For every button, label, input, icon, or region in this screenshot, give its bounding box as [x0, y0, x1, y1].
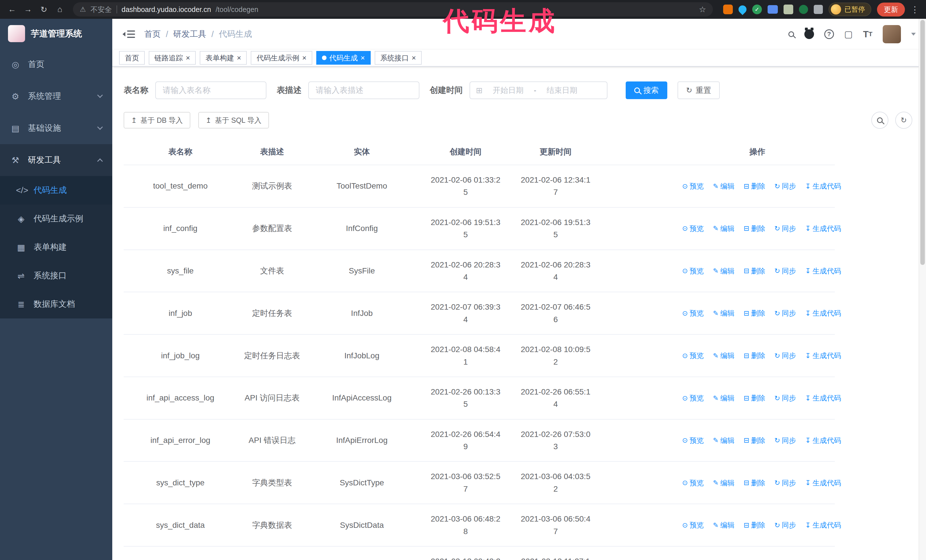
sidebar-item-devtools[interactable]: ⚒ 研发工具: [0, 144, 112, 176]
sync-link[interactable]: ↻同步: [775, 266, 796, 276]
sidebar-item-db-doc[interactable]: ≣ 数据库文档: [0, 290, 112, 318]
generate-code-link[interactable]: ↧生成代码: [805, 478, 841, 488]
date-range-picker[interactable]: ⊞ -: [469, 82, 607, 99]
sync-link[interactable]: ↻同步: [775, 351, 796, 360]
preview-link[interactable]: ⊙预览: [682, 181, 704, 191]
browser-home-icon[interactable]: ⌂: [53, 2, 67, 17]
close-icon[interactable]: ×: [361, 54, 365, 62]
tab-codegen[interactable]: 代码生成×: [316, 51, 371, 65]
delete-link[interactable]: ⊟删除: [744, 436, 765, 445]
reset-button[interactable]: ↻重置: [678, 82, 720, 99]
preview-link[interactable]: ⊙预览: [682, 266, 704, 276]
preview-link[interactable]: ⊙预览: [682, 393, 704, 403]
search-button[interactable]: 搜索: [626, 82, 667, 99]
extension-icon-5[interactable]: [784, 5, 793, 14]
sync-link[interactable]: ↻同步: [775, 308, 796, 318]
sidebar-item-home[interactable]: ◎ 首页: [0, 48, 112, 80]
end-date-input[interactable]: [539, 86, 585, 95]
tab-codegen-demo[interactable]: 代码生成示例×: [251, 51, 312, 65]
import-db-button[interactable]: ↥基于 DB 导入: [124, 112, 190, 128]
close-icon[interactable]: ×: [186, 54, 190, 62]
delete-link[interactable]: ⊟删除: [744, 181, 765, 191]
scrollbar-thumb[interactable]: [920, 20, 925, 265]
extensions-puzzle-icon[interactable]: [814, 5, 823, 14]
generate-code-link[interactable]: ↧生成代码: [805, 393, 841, 403]
breadcrumb-home[interactable]: 首页: [144, 29, 161, 40]
security-warning-icon[interactable]: ⚠: [80, 5, 86, 14]
sidebar-item-codegen-demo[interactable]: ◈ 代码生成示例: [0, 205, 112, 233]
generate-code-link[interactable]: ↧生成代码: [805, 266, 841, 276]
preview-link[interactable]: ⊙预览: [682, 351, 704, 360]
edit-link[interactable]: ✎编辑: [713, 351, 735, 360]
sidebar-item-form-builder[interactable]: ▦ 表单构建: [0, 233, 112, 261]
generate-code-link[interactable]: ↧生成代码: [805, 521, 841, 530]
edit-link[interactable]: ✎编辑: [713, 436, 735, 445]
sidebar-item-system[interactable]: ⚙ 系统管理: [0, 80, 112, 112]
table-desc-input[interactable]: [308, 82, 419, 99]
browser-back-icon[interactable]: ←: [5, 2, 20, 17]
preview-link[interactable]: ⊙预览: [682, 478, 704, 488]
user-avatar[interactable]: [883, 25, 901, 43]
preview-link[interactable]: ⊙预览: [682, 521, 704, 530]
preview-link[interactable]: ⊙预览: [682, 224, 704, 233]
collapse-sidebar-icon[interactable]: [123, 30, 135, 38]
toggle-search-button[interactable]: [871, 112, 888, 129]
tab-tracing[interactable]: 链路追踪×: [149, 51, 196, 65]
close-icon[interactable]: ×: [237, 54, 241, 62]
import-sql-button[interactable]: ↥基于 SQL 导入: [198, 112, 269, 128]
font-size-icon[interactable]: TT: [863, 29, 872, 39]
browser-forward-icon[interactable]: →: [21, 2, 35, 17]
edit-link[interactable]: ✎编辑: [713, 308, 735, 318]
edit-link[interactable]: ✎编辑: [713, 266, 735, 276]
sync-link[interactable]: ↻同步: [775, 224, 796, 233]
edit-link[interactable]: ✎编辑: [713, 521, 735, 530]
table-name-input[interactable]: [155, 82, 266, 99]
generate-code-link[interactable]: ↧生成代码: [805, 181, 841, 191]
fullscreen-icon[interactable]: ▢: [844, 29, 853, 39]
close-icon[interactable]: ×: [302, 54, 306, 62]
preview-link[interactable]: ⊙预览: [682, 308, 704, 318]
extension-icon-6[interactable]: [799, 5, 808, 14]
window-scrollbar[interactable]: [918, 19, 926, 560]
sidebar-item-codegen[interactable]: </> 代码生成: [0, 176, 112, 205]
github-icon[interactable]: [804, 29, 814, 39]
extension-icon-1[interactable]: [723, 5, 733, 14]
browser-reload-icon[interactable]: ↻: [36, 2, 51, 17]
delete-link[interactable]: ⊟删除: [744, 308, 765, 318]
sync-link[interactable]: ↻同步: [775, 521, 796, 530]
extension-icon-3[interactable]: ✓: [752, 5, 762, 14]
delete-link[interactable]: ⊟删除: [744, 351, 765, 360]
generate-code-link[interactable]: ↧生成代码: [805, 224, 841, 233]
tab-form-builder[interactable]: 表单构建×: [200, 51, 247, 65]
extension-icon-4[interactable]: [767, 5, 778, 14]
help-icon[interactable]: ?: [824, 29, 834, 39]
close-icon[interactable]: ×: [412, 54, 416, 62]
browser-profile-chip[interactable]: 已暂停: [829, 3, 871, 16]
start-date-input[interactable]: [485, 86, 531, 95]
refresh-table-button[interactable]: ↻: [895, 112, 912, 129]
generate-code-link[interactable]: ↧生成代码: [805, 351, 841, 360]
delete-link[interactable]: ⊟删除: [744, 224, 765, 233]
search-icon[interactable]: [788, 31, 794, 37]
generate-code-link[interactable]: ↧生成代码: [805, 436, 841, 445]
browser-menu-icon[interactable]: ⋮: [911, 5, 919, 15]
extension-icon-2[interactable]: [737, 4, 748, 15]
browser-update-button[interactable]: 更新: [877, 3, 905, 17]
edit-link[interactable]: ✎编辑: [713, 181, 735, 191]
delete-link[interactable]: ⊟删除: [744, 478, 765, 488]
generate-code-link[interactable]: ↧生成代码: [805, 308, 841, 318]
preview-link[interactable]: ⊙预览: [682, 436, 704, 445]
delete-link[interactable]: ⊟删除: [744, 521, 765, 530]
app-logo-row[interactable]: 芋道管理系统: [0, 19, 112, 48]
breadcrumb-devtools[interactable]: 研发工具: [173, 29, 206, 40]
tab-home[interactable]: 首页: [119, 51, 145, 65]
sync-link[interactable]: ↻同步: [775, 181, 796, 191]
address-bar[interactable]: ⚠ 不安全 dashboard.yudao.iocoder.cn/tool/co…: [73, 2, 713, 17]
delete-link[interactable]: ⊟删除: [744, 266, 765, 276]
bookmark-star-icon[interactable]: ☆: [699, 5, 706, 14]
delete-link[interactable]: ⊟删除: [744, 393, 765, 403]
sync-link[interactable]: ↻同步: [775, 436, 796, 445]
user-menu-caret-icon[interactable]: [911, 33, 916, 36]
edit-link[interactable]: ✎编辑: [713, 224, 735, 233]
tab-api[interactable]: 系统接口×: [375, 51, 422, 65]
